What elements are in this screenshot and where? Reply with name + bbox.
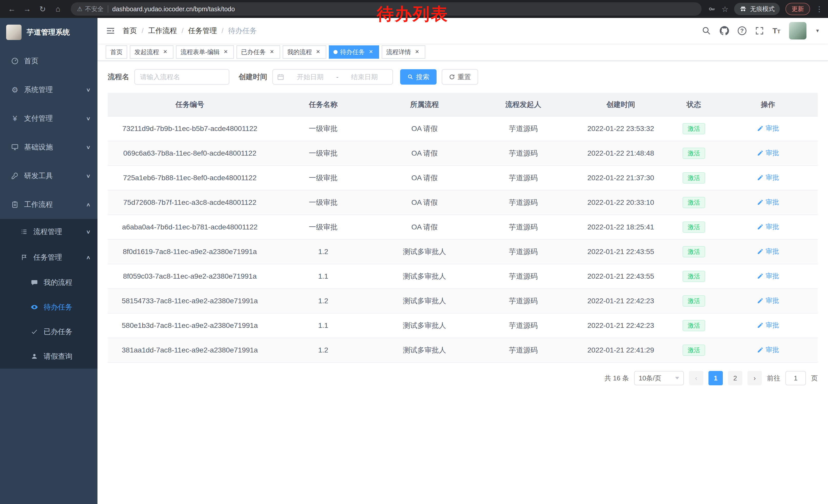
process-name-input[interactable] <box>134 69 229 85</box>
cell-initiator: 芋道源码 <box>474 338 572 363</box>
sidebar-collapse-icon[interactable] <box>106 26 115 36</box>
tab-home[interactable]: 首页 <box>106 45 127 59</box>
goto-page-input[interactable] <box>785 371 806 385</box>
sidebar-item-system[interactable]: ⚙ 系统管理 ∨ <box>0 75 97 104</box>
breadcrumb-separator: / <box>181 27 184 35</box>
approve-link[interactable]: 审批 <box>757 272 779 280</box>
approve-link[interactable]: 审批 <box>757 321 779 330</box>
fullscreen-icon[interactable] <box>755 27 764 35</box>
close-icon[interactable]: × <box>222 48 229 56</box>
sidebar-item-leave-query[interactable]: 请假查询 <box>0 344 97 369</box>
column-header-process: 所属流程 <box>374 93 474 117</box>
cell-process: OA 请假 <box>374 215 474 239</box>
forward-button[interactable]: → <box>20 2 34 16</box>
security-label: 不安全 <box>85 5 104 13</box>
sidebar-item-infrastructure[interactable]: 基础设施 ∨ <box>0 133 97 162</box>
edit-icon <box>757 297 763 304</box>
start-date-placeholder[interactable]: 开始日期 <box>286 73 334 82</box>
caret-down-icon[interactable]: ▼ <box>815 28 820 34</box>
status-badge: 激活 <box>682 197 705 208</box>
close-icon[interactable]: × <box>162 48 169 56</box>
password-key-icon[interactable] <box>708 5 716 13</box>
sidebar-item-my-processes[interactable]: 我的流程 <box>0 270 97 295</box>
page-size-select[interactable]: 10条/页 <box>634 371 684 385</box>
cell-process: 测试多审批人 <box>374 289 474 313</box>
github-icon[interactable] <box>720 26 729 35</box>
font-size-icon[interactable]: TT <box>773 27 781 35</box>
tab-process-detail[interactable]: 流程详情× <box>382 45 425 59</box>
home-button[interactable]: ⌂ <box>51 2 65 16</box>
app-logo[interactable]: 芋道管理系统 <box>0 18 97 47</box>
pagination-total: 共 16 条 <box>605 374 629 383</box>
approve-link[interactable]: 审批 <box>757 198 779 207</box>
tab-process-form-edit[interactable]: 流程表单-编辑× <box>176 45 234 59</box>
reset-button[interactable]: 重置 <box>442 69 478 85</box>
approve-link[interactable]: 审批 <box>757 173 779 182</box>
tab-label: 流程详情 <box>386 48 411 56</box>
tab-label: 首页 <box>110 48 123 56</box>
cell-created: 2022-01-22 21:37:30 <box>572 166 669 190</box>
page-button-2[interactable]: 2 <box>728 371 742 385</box>
cell-task-id: 580e1b3d-7ac8-11ec-a9e2-a2380e71991a <box>108 313 272 338</box>
close-icon[interactable]: × <box>315 48 322 56</box>
table-row: 8f0d1619-7ac8-11ec-a9e2-a2380e71991a 1.2… <box>108 239 818 264</box>
search-icon[interactable] <box>702 26 711 35</box>
table-header-row: 任务编号 任务名称 所属流程 流程发起人 创建时间 状态 操作 <box>108 93 818 117</box>
sidebar-item-label: 我的流程 <box>44 278 72 287</box>
column-header-task-id: 任务编号 <box>108 93 272 117</box>
approve-link[interactable]: 审批 <box>757 222 779 231</box>
breadcrumb-workflow[interactable]: 工作流程 <box>148 26 177 36</box>
edit-icon <box>757 125 763 132</box>
chevron-down-icon: ∨ <box>86 144 91 150</box>
tab-my-processes[interactable]: 我的流程× <box>283 45 326 59</box>
approve-link[interactable]: 审批 <box>757 148 779 157</box>
goto-suffix: 页 <box>811 374 818 383</box>
sidebar-item-process-management[interactable]: 流程管理 ∨ <box>0 219 97 244</box>
sidebar-item-home[interactable]: 首页 <box>0 47 97 75</box>
sidebar: 芋道管理系统 首页 ⚙ 系统管理 ∨ ¥ 支付管理 ∨ 基础设施 ∨ <box>0 18 97 504</box>
sidebar-item-task-management[interactable]: 任务管理 ∧ <box>0 244 97 270</box>
cell-task-id: 381aa1dd-7ac8-11ec-a9e2-a2380e71991a <box>108 338 272 363</box>
date-range-picker[interactable]: 开始日期 - 结束日期 <box>273 69 393 85</box>
tab-start-process[interactable]: 发起流程× <box>130 45 173 59</box>
cell-task-name: 一级审批 <box>272 141 374 166</box>
cell-task-name: 一级审批 <box>272 166 374 190</box>
cell-initiator: 芋道源码 <box>474 190 572 215</box>
close-icon[interactable]: × <box>268 48 276 56</box>
sidebar-item-todo-tasks[interactable]: 待办任务 <box>0 295 97 319</box>
next-page-button[interactable]: › <box>747 371 762 385</box>
approve-link[interactable]: 审批 <box>757 296 779 305</box>
search-button[interactable]: 搜索 <box>400 69 437 85</box>
breadcrumb-separator: / <box>141 27 143 35</box>
back-button[interactable]: ← <box>5 2 18 16</box>
end-date-placeholder[interactable]: 结束日期 <box>340 73 388 82</box>
approve-link[interactable]: 审批 <box>757 124 779 133</box>
browser-update-button[interactable]: 更新 <box>785 3 810 15</box>
process-name-label: 流程名 <box>108 72 129 82</box>
approve-link[interactable]: 审批 <box>757 345 779 354</box>
sidebar-item-devtools[interactable]: 研发工具 ∨ <box>0 162 97 190</box>
table-row: 381aa1dd-7ac8-11ec-a9e2-a2380e71991a 1.2… <box>108 338 818 363</box>
bookmark-star-icon[interactable]: ☆ <box>721 5 729 13</box>
breadcrumb-home[interactable]: 首页 <box>123 26 137 36</box>
prev-page-button[interactable]: ‹ <box>689 371 703 385</box>
cell-task-id: 8f059c03-7ac8-11ec-a9e2-a2380e71991a <box>108 264 272 289</box>
breadcrumb-task-management[interactable]: 任务管理 <box>188 26 217 36</box>
approve-link[interactable]: 审批 <box>757 247 779 256</box>
chevron-down-icon: ∨ <box>86 87 91 93</box>
avatar[interactable] <box>789 22 806 40</box>
close-icon[interactable]: × <box>367 48 374 56</box>
breadcrumb-current: 待办任务 <box>228 26 257 36</box>
reload-button[interactable]: ↻ <box>36 2 49 16</box>
close-icon[interactable]: × <box>413 48 421 56</box>
cell-created: 2022-01-21 22:43:55 <box>572 239 669 264</box>
security-warning[interactable]: ⚠不安全 <box>77 5 104 13</box>
tab-todo-tasks[interactable]: 待办任务× <box>329 45 379 59</box>
sidebar-item-workflow[interactable]: 工作流程 ∧ <box>0 190 97 219</box>
help-icon[interactable]: ? <box>738 27 746 35</box>
tab-done-tasks[interactable]: 已办任务× <box>237 45 280 59</box>
page-button-1[interactable]: 1 <box>708 371 723 385</box>
sidebar-item-payment[interactable]: ¥ 支付管理 ∨ <box>0 104 97 133</box>
sidebar-item-done-tasks[interactable]: 已办任务 <box>0 319 97 344</box>
browser-menu-icon[interactable]: ⋮ <box>816 5 823 13</box>
